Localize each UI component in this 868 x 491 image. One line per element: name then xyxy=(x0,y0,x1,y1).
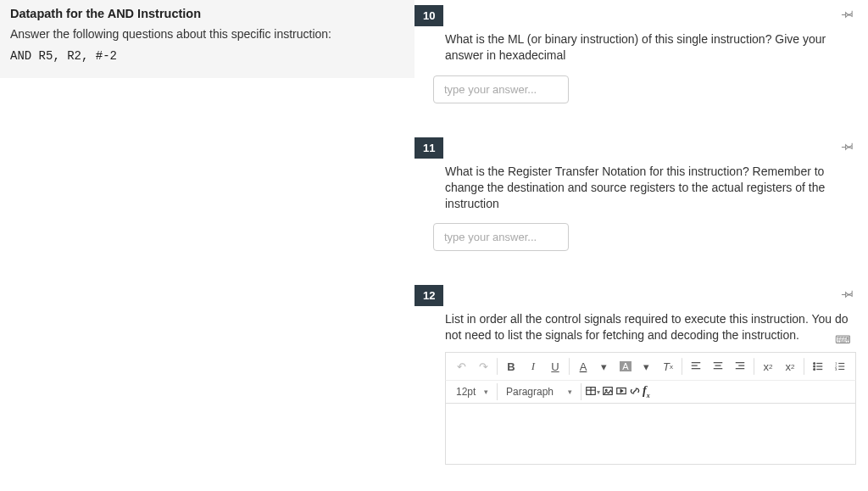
question-prompt: List in order all the control signals re… xyxy=(415,306,856,343)
question-block: 12 List in order all the control signals… xyxy=(415,285,856,465)
question-number-badge: 12 xyxy=(415,285,443,306)
underline-button[interactable]: U xyxy=(545,356,565,377)
rich-text-editor[interactable] xyxy=(445,404,856,465)
font-size-select[interactable]: 12pt xyxy=(451,383,493,400)
question-header: 12 xyxy=(415,285,856,306)
separator xyxy=(754,358,754,375)
separator xyxy=(497,358,498,375)
question-header: 10 xyxy=(415,5,856,26)
block-format-select[interactable]: Paragraph xyxy=(501,383,577,400)
align-left-icon[interactable] xyxy=(686,356,706,377)
context-instruction: Answer the following questions about thi… xyxy=(10,27,404,41)
question-number-badge: 11 xyxy=(415,137,443,159)
undo-icon[interactable]: ↶ xyxy=(451,356,471,377)
context-code: AND R5, R2, #-2 xyxy=(10,49,404,63)
table-icon[interactable] xyxy=(585,385,597,399)
answer-input[interactable] xyxy=(433,223,569,251)
separator xyxy=(497,383,498,400)
separator xyxy=(804,358,804,375)
block-format-value: Paragraph xyxy=(501,383,577,400)
bullet-list-icon[interactable] xyxy=(808,356,828,377)
bg-color-button[interactable]: A xyxy=(615,356,636,377)
align-right-icon[interactable] xyxy=(730,356,750,377)
editor-toolbar-2: 12pt Paragraph ▾ fx xyxy=(445,380,856,404)
superscript-button[interactable]: x2 xyxy=(758,356,778,377)
svg-point-11 xyxy=(814,365,815,367)
questions-panel: 10 What is the ML (or binary instruction… xyxy=(415,0,868,491)
question-block: 11 What is the Register Transfer Notatio… xyxy=(415,137,856,252)
separator xyxy=(581,383,581,400)
align-center-icon[interactable] xyxy=(708,356,728,377)
question-prompt: What is the ML (or binary instruction) o… xyxy=(415,26,856,64)
svg-point-13 xyxy=(814,369,815,371)
pin-icon[interactable] xyxy=(841,287,856,302)
equation-icon[interactable]: fx xyxy=(643,384,650,399)
svg-point-9 xyxy=(814,363,815,365)
pin-icon[interactable] xyxy=(841,7,856,22)
editor-toolbar-1: ↶ ↷ B I U A ▾ A ▾ Tx x2 x2 xyxy=(445,352,856,380)
question-number-badge: 10 xyxy=(415,5,443,26)
svg-text:3: 3 xyxy=(835,367,837,371)
question-prompt: What is the Register Transfer Notation f… xyxy=(415,159,856,212)
question-block: 10 What is the ML (or binary instruction… xyxy=(415,5,856,103)
pin-icon[interactable] xyxy=(841,139,856,154)
dropdown-icon[interactable]: ▾ xyxy=(636,356,656,377)
bold-button[interactable]: B xyxy=(501,356,521,377)
context-title: Datapath for the AND Instruction xyxy=(10,7,404,20)
image-icon[interactable] xyxy=(602,385,614,399)
italic-button[interactable]: I xyxy=(523,356,543,377)
link-icon[interactable] xyxy=(629,385,641,399)
answer-input[interactable] xyxy=(433,75,569,103)
redo-icon[interactable]: ↷ xyxy=(473,356,493,377)
keyboard-icon[interactable]: ⌨ xyxy=(835,333,851,346)
dropdown-icon[interactable]: ▾ xyxy=(597,388,600,396)
font-size-value: 12pt xyxy=(451,383,493,400)
dropdown-icon[interactable]: ▾ xyxy=(593,356,614,377)
clear-format-button[interactable]: Tx xyxy=(658,356,678,377)
media-icon[interactable] xyxy=(615,385,627,399)
question-context-panel: Datapath for the AND Instruction Answer … xyxy=(0,0,415,78)
text-color-button[interactable]: A xyxy=(573,356,593,377)
separator xyxy=(682,358,682,375)
question-header: 11 xyxy=(415,137,856,159)
number-list-icon[interactable]: 123 xyxy=(830,356,850,377)
subscript-button[interactable]: x2 xyxy=(780,356,800,377)
svg-point-25 xyxy=(605,389,607,391)
separator xyxy=(569,358,570,375)
